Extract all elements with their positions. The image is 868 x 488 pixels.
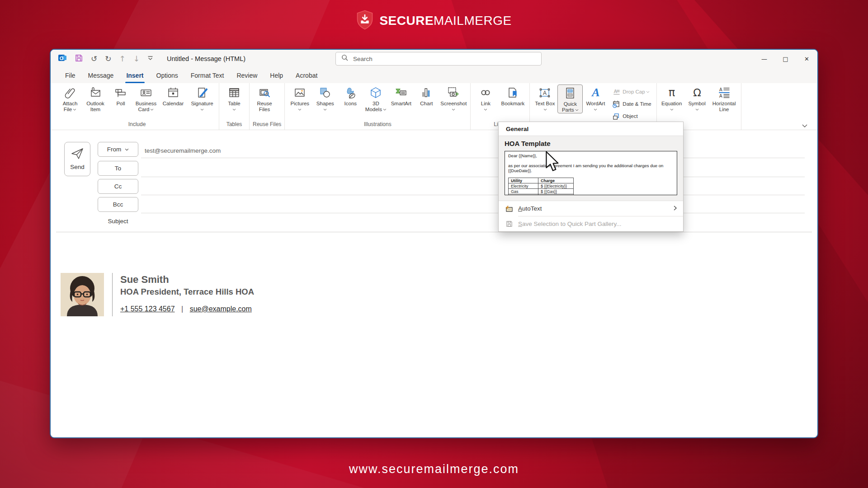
equation-button[interactable]: π Equation [659, 84, 684, 111]
group-label-illustrations: Illustrations [287, 121, 468, 130]
tab-options[interactable]: Options [150, 68, 184, 83]
search-input[interactable] [353, 56, 536, 62]
date-time-button[interactable]: Date & Time [610, 99, 653, 109]
autotext-menu-item[interactable]: AutoText [499, 201, 683, 216]
envelope-clip-icon [89, 86, 102, 99]
button-label: Icons [344, 101, 357, 107]
bcc-field[interactable] [141, 198, 805, 213]
gallery-item-preview: Dear {{Name}}, as per our association ag… [505, 151, 677, 195]
wordart-button[interactable]: A WordArt [583, 84, 608, 111]
customize-toolbar-icon[interactable] [147, 55, 153, 63]
quick-parts-button[interactable]: Quick Parts [557, 84, 583, 113]
save-selection-menu-item[interactable]: Save Selection to Quick Part Gallery... [499, 216, 683, 231]
minimize-button[interactable]: — [754, 50, 775, 68]
cube-3d-icon [369, 86, 382, 99]
attach-file-button[interactable]: Attach File [57, 84, 83, 113]
move-down-icon[interactable]: ↓ [133, 55, 140, 63]
button-label: Horizontal Line [711, 101, 738, 113]
group-label-include: Include [57, 121, 217, 130]
collapse-ribbon-icon[interactable] [802, 121, 807, 129]
pictures-button[interactable]: Pictures [287, 84, 312, 111]
signature-links: +1 555 123 4567 | sue@example.com [120, 305, 252, 313]
to-field[interactable] [141, 162, 805, 177]
button-label: Quick Parts [559, 101, 581, 113]
screenshot-button[interactable]: Screenshot [439, 84, 468, 111]
save-icon[interactable] [75, 54, 83, 64]
from-button[interactable]: From [98, 142, 138, 157]
quick-parts-menu: General HOA Template Dear {{Name}}, as p… [498, 122, 684, 232]
undo-icon[interactable]: ↺ [91, 55, 97, 63]
tab-review[interactable]: Review [230, 68, 264, 83]
button-label: Pictures [291, 101, 310, 107]
close-button[interactable]: ✕ [796, 50, 817, 68]
bar-chart-icon [420, 86, 433, 99]
button-label: Text Box [533, 101, 557, 113]
text-box-button[interactable]: A Text Box [532, 84, 557, 113]
tab-insert[interactable]: Insert [120, 68, 150, 83]
link-button[interactable]: Link [473, 84, 498, 111]
group-label-tables: Tables [222, 121, 247, 130]
table-grid-icon [227, 86, 241, 99]
button-label: Date & Time [623, 101, 651, 107]
reuse-files-button[interactable]: Reuse Files [252, 84, 277, 113]
signature-phone-link[interactable]: +1 555 123 4567 [120, 305, 175, 313]
tab-format-text[interactable]: Format Text [184, 68, 231, 83]
send-icon [71, 148, 84, 161]
icons-button[interactable]: Icons [338, 84, 363, 107]
chart-button[interactable]: Chart [414, 84, 439, 107]
chevron-right-icon [674, 205, 677, 212]
tab-file[interactable]: File [59, 68, 82, 83]
drop-cap-button[interactable]: A Drop Cap [610, 86, 653, 97]
calendar-button[interactable]: Calendar [159, 84, 188, 107]
mouse-cursor [540, 150, 560, 174]
bcc-button[interactable]: Bcc [98, 197, 138, 212]
to-button[interactable]: To [98, 161, 138, 176]
button-label: Reuse Files [253, 101, 276, 113]
maximize-button[interactable]: □ [775, 50, 796, 68]
brand-header: SECUREMAILMERGE [0, 10, 868, 32]
tab-acrobat[interactable]: Acrobat [289, 68, 324, 83]
button-label: Equation [661, 101, 682, 107]
preview-table-header: Utility [509, 178, 538, 183]
send-button[interactable]: Send [64, 142, 90, 176]
table-button[interactable]: Table [222, 84, 247, 111]
from-field[interactable]: test@securemailmerge.com [141, 143, 805, 158]
quick-parts-gallery-item-hoa-template[interactable]: HOA Template Dear {{Name}}, as per our a… [499, 136, 683, 201]
button-label: Symbol [688, 101, 705, 107]
brand-name-light: MAILMERGE [434, 14, 512, 28]
search-box[interactable] [335, 52, 542, 66]
button-label: Poll [116, 101, 125, 107]
signature-button[interactable]: Signature [188, 84, 217, 111]
quick-parts-section-header: General [499, 122, 683, 136]
smartart-button[interactable]: SmartArt [388, 84, 414, 107]
object-icon [612, 112, 620, 120]
object-button[interactable]: Object [610, 111, 653, 122]
button-label: SmartArt [391, 101, 411, 107]
horizontal-line-icon: AA [717, 86, 731, 99]
move-up-icon[interactable]: ↑ [119, 55, 126, 63]
signature-email-link[interactable]: sue@example.com [190, 305, 252, 313]
tab-help[interactable]: Help [264, 68, 289, 83]
svg-text:A: A [719, 87, 722, 92]
from-label: From [107, 146, 122, 153]
preview-greeting: Dear {{Name}}, [508, 153, 674, 158]
redo-icon[interactable]: ↻ [105, 55, 111, 63]
bookmark-button[interactable]: Bookmark [498, 84, 527, 107]
3d-models-button[interactable]: 3D Models [363, 84, 388, 113]
horizontal-line-button[interactable]: AA Horizontal Line [710, 84, 739, 113]
cc-button[interactable]: Cc [98, 179, 138, 194]
subject-field[interactable] [141, 216, 805, 231]
poll-button[interactable]: Poll [108, 84, 133, 107]
paperclip-icon [63, 86, 77, 99]
outlook-item-button[interactable]: Outlook Item [83, 84, 108, 113]
cc-field[interactable] [141, 180, 805, 195]
signature-pen-icon [195, 86, 209, 99]
subject-label: Subject [98, 218, 138, 225]
bookmark-icon [506, 86, 519, 99]
shapes-button[interactable]: Shapes [312, 84, 338, 111]
tab-message[interactable]: Message [82, 68, 120, 83]
business-card-button[interactable]: Business Card [133, 84, 159, 113]
ribbon-group-include: Attach File Outlook Item Poll [55, 83, 219, 130]
window-controls: — □ ✕ [754, 50, 817, 68]
symbol-button[interactable]: Ω Symbol [684, 84, 710, 111]
